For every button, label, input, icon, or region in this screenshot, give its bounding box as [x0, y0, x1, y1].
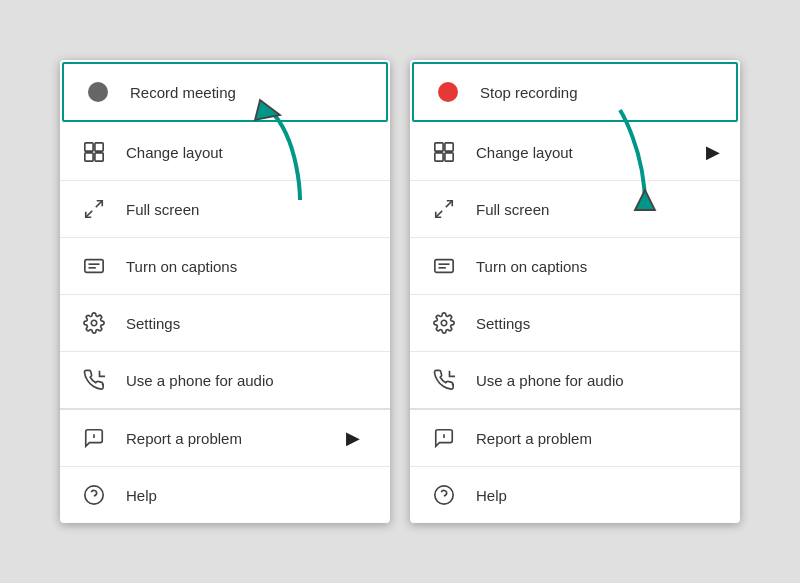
help-icon-right — [430, 481, 458, 509]
svg-line-6 — [86, 211, 92, 217]
captions-icon-right — [430, 252, 458, 280]
stop-recording-label: Stop recording — [480, 84, 578, 101]
captions-item-right[interactable]: Turn on captions — [410, 238, 740, 295]
help-label-right: Help — [476, 487, 507, 504]
record-gray-icon — [84, 78, 112, 106]
report-icon — [80, 424, 108, 452]
svg-marker-15 — [635, 190, 655, 210]
svg-line-5 — [96, 201, 102, 207]
svg-point-28 — [435, 486, 453, 504]
settings-icon — [80, 309, 108, 337]
fullscreen-item[interactable]: Full screen — [60, 181, 390, 238]
report-item-right[interactable]: Report a problem — [410, 410, 740, 467]
record-meeting-label: Record meeting — [130, 84, 236, 101]
left-menu: Record meeting Change layout Full screen… — [60, 60, 390, 523]
record-meeting-item[interactable]: Record meeting — [62, 62, 388, 122]
settings-item[interactable]: Settings — [60, 295, 390, 352]
settings-label-right: Settings — [476, 315, 530, 332]
settings-icon-right — [430, 309, 458, 337]
svg-line-20 — [446, 201, 452, 207]
help-item-right[interactable]: Help — [410, 467, 740, 523]
help-icon-left — [80, 481, 108, 509]
svg-rect-1 — [85, 143, 93, 151]
svg-rect-3 — [85, 153, 93, 161]
change-layout-item[interactable]: Change layout — [60, 124, 390, 181]
captions-label: Turn on captions — [126, 258, 237, 275]
svg-rect-17 — [445, 143, 453, 151]
fullscreen-icon-right — [430, 195, 458, 223]
svg-rect-7 — [85, 260, 103, 273]
change-layout-label: Change layout — [126, 144, 223, 161]
record-red-icon — [434, 78, 462, 106]
fullscreen-item-right[interactable]: Full screen — [410, 181, 740, 238]
svg-rect-22 — [435, 260, 453, 273]
phone-icon-right — [430, 366, 458, 394]
svg-rect-2 — [95, 143, 103, 151]
help-item-left[interactable]: Help — [60, 467, 390, 523]
captions-label-right: Turn on captions — [476, 258, 587, 275]
cursor-left: ▶ — [346, 427, 360, 449]
right-menu: Stop recording Change layout ▶ Full scre… — [410, 60, 740, 523]
svg-rect-4 — [95, 153, 103, 161]
captions-icon — [80, 252, 108, 280]
settings-label: Settings — [126, 315, 180, 332]
phone-item-right[interactable]: Use a phone for audio — [410, 352, 740, 409]
left-arrow — [240, 90, 320, 210]
fullscreen-icon — [80, 195, 108, 223]
help-label-left: Help — [126, 487, 157, 504]
layout-icon — [80, 138, 108, 166]
phone-item[interactable]: Use a phone for audio — [60, 352, 390, 409]
layout-icon-right — [430, 138, 458, 166]
report-item-left[interactable]: Report a problem ▶ — [60, 410, 390, 467]
change-layout-item-right[interactable]: Change layout ▶ — [410, 124, 740, 181]
fullscreen-label-right: Full screen — [476, 201, 549, 218]
stop-recording-item[interactable]: Stop recording — [412, 62, 738, 122]
svg-point-13 — [85, 486, 103, 504]
settings-item-right[interactable]: Settings — [410, 295, 740, 352]
captions-item[interactable]: Turn on captions — [60, 238, 390, 295]
main-container: Record meeting Change layout Full screen… — [40, 40, 760, 543]
svg-point-10 — [91, 320, 97, 326]
phone-label: Use a phone for audio — [126, 372, 274, 389]
svg-point-25 — [441, 320, 447, 326]
report-label-right: Report a problem — [476, 430, 592, 447]
cursor-right: ▶ — [706, 141, 720, 163]
right-arrow — [590, 90, 670, 220]
report-label-left: Report a problem — [126, 430, 242, 447]
change-layout-label-right: Change layout — [476, 144, 573, 161]
report-icon-right — [430, 424, 458, 452]
svg-rect-16 — [435, 143, 443, 151]
phone-label-right: Use a phone for audio — [476, 372, 624, 389]
fullscreen-label: Full screen — [126, 201, 199, 218]
svg-line-21 — [436, 211, 442, 217]
svg-rect-18 — [435, 153, 443, 161]
phone-icon — [80, 366, 108, 394]
svg-rect-19 — [445, 153, 453, 161]
